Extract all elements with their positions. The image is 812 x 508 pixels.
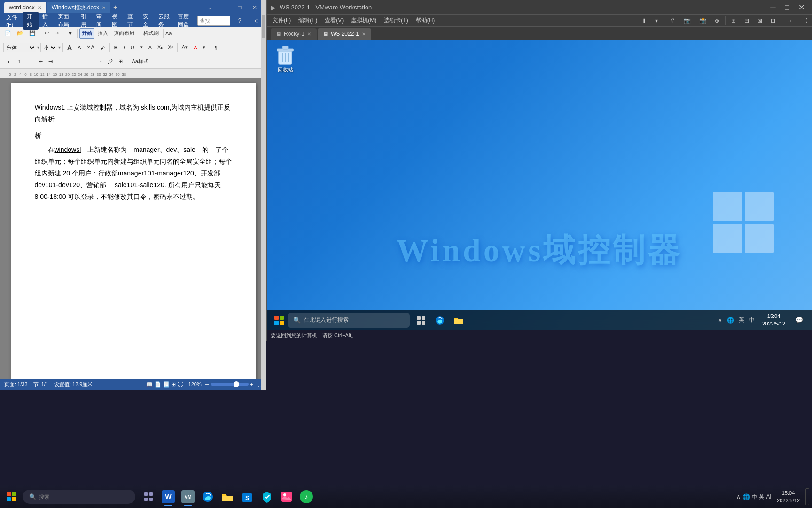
win11-tray-en[interactable]: 英 xyxy=(759,493,764,500)
win11-app-taskview[interactable] xyxy=(139,486,158,507)
vmw-menu-view[interactable]: 查看(V) xyxy=(321,16,347,25)
tb-font-grow[interactable]: A xyxy=(65,42,74,53)
menu-section[interactable]: 查节 xyxy=(124,12,139,30)
tb-font-color[interactable]: A xyxy=(191,42,199,53)
vmware-maximize-btn[interactable]: □ xyxy=(781,2,794,13)
tb-font-color2[interactable]: ▾ xyxy=(200,42,208,53)
menu-file[interactable]: 文件(F) xyxy=(2,13,23,29)
tb-numbers[interactable]: ≡1 xyxy=(13,56,23,67)
status-layout[interactable]: ⊞ xyxy=(172,381,176,388)
win11-app-vmware[interactable]: VM xyxy=(179,486,197,507)
tb-clear-format[interactable]: ✕A xyxy=(84,42,96,53)
vm-tray-network[interactable]: 🌐 xyxy=(725,316,736,325)
tb-bold[interactable]: B xyxy=(112,42,120,53)
tb-bullets[interactable]: ≡• xyxy=(2,56,12,67)
vmw-tb-fullscreen[interactable]: ⛶ xyxy=(798,15,810,26)
tb-italic[interactable]: I xyxy=(121,42,127,53)
win11-app-store[interactable]: S xyxy=(238,486,257,507)
win11-tray-up[interactable]: ∧ xyxy=(736,493,741,500)
word-scrollbar[interactable] xyxy=(261,78,266,379)
status-view-1[interactable]: 📖 xyxy=(146,381,153,388)
vm-taskview-btn[interactable] xyxy=(413,312,429,329)
vmw-tb-pause[interactable]: ⏸ xyxy=(638,15,649,26)
font-select[interactable]: 宋体 xyxy=(3,43,36,52)
tb-indent-more[interactable]: ⇥ xyxy=(46,56,55,67)
vmw-menu-edit[interactable]: 编辑(E) xyxy=(295,16,321,25)
status-view-3[interactable]: 📃 xyxy=(163,381,170,388)
word-ribbon-toggle[interactable]: ⌵ xyxy=(202,3,217,12)
win11-tray-ai[interactable]: Ai xyxy=(766,493,771,500)
vmware-close-btn[interactable]: ✕ xyxy=(795,2,808,13)
tb-redo[interactable]: ↪ xyxy=(52,28,61,39)
vm-tray-lang-cn[interactable]: 中 xyxy=(747,315,757,325)
tb-font-color-picker[interactable]: 🖌 xyxy=(98,42,108,53)
vm-search-box[interactable]: 🔍 在此键入进行搜索 xyxy=(288,313,410,328)
tb-shading[interactable]: 🖍 xyxy=(105,56,115,67)
tb-align-left[interactable]: ≡ xyxy=(59,56,67,67)
word-help-btn[interactable]: ? xyxy=(232,16,247,25)
win11-app-photos[interactable] xyxy=(277,486,296,507)
vm-tray-chevron[interactable]: ∧ xyxy=(716,316,724,325)
menu-security[interactable]: 安全 xyxy=(139,12,155,30)
word-tab-2-close[interactable]: ✕ xyxy=(102,5,106,10)
zoom-minus[interactable]: ─ xyxy=(205,381,209,387)
tb-outline[interactable]: ≡ xyxy=(24,56,32,67)
win11-notification-btn[interactable] xyxy=(805,488,809,505)
tb-open[interactable]: 📂 xyxy=(15,28,26,39)
menu-layout[interactable]: 页面布局 xyxy=(54,12,78,30)
tb-line-spacing[interactable]: ↕ xyxy=(97,56,105,67)
tb-font-shrink[interactable]: A xyxy=(75,42,83,53)
tb-underline-arrow[interactable]: ▾ xyxy=(138,42,145,53)
vmw-tb-view3[interactable]: ⊠ xyxy=(755,15,765,26)
tb-save[interactable]: 💾 xyxy=(27,28,38,39)
tb-highlight[interactable]: A▾ xyxy=(180,42,190,53)
tb-format-painter[interactable]: 格式刷 xyxy=(141,28,161,39)
vmware-screen[interactable]: 回收站 Windows域控制器 xyxy=(267,40,812,341)
font-dropdown-arrow[interactable]: ▾ xyxy=(37,45,39,50)
vmw-tb-view2[interactable]: ⊟ xyxy=(742,15,752,26)
win11-tray-cn[interactable]: 中 xyxy=(752,493,757,500)
menu-ref[interactable]: 引用 xyxy=(77,12,93,30)
size-dropdown-arrow[interactable]: ▾ xyxy=(58,45,61,50)
vm-tab-ws2022[interactable]: 🖥 WS 2022-1 ✕ xyxy=(318,28,371,40)
word-page[interactable]: Windows1 上安装域控制器，域名为 skills.com,为域内主机提供正… xyxy=(11,83,256,379)
win11-app-word[interactable]: W xyxy=(159,486,178,507)
vm-tray-lang-en[interactable]: 英 xyxy=(737,315,746,325)
tb-styles[interactable]: Aa样式 xyxy=(129,56,150,67)
vmw-menu-help[interactable]: 帮助(H) xyxy=(412,16,439,25)
word-close-btn[interactable]: ✕ xyxy=(247,3,262,12)
status-fullscreen[interactable]: ⛶ xyxy=(178,381,183,387)
menu-start[interactable]: 开始 xyxy=(23,12,39,30)
win11-search-box[interactable]: 🔍 搜索 xyxy=(23,490,135,504)
tb-strikethrough[interactable]: A xyxy=(146,42,154,53)
tb-insert-tab[interactable]: 插入 xyxy=(95,28,110,39)
win11-app-edge[interactable] xyxy=(198,486,217,507)
tb-align-right[interactable]: ≡ xyxy=(77,56,84,67)
word-maximize-btn[interactable]: □ xyxy=(232,3,247,12)
word-tab-add[interactable]: + xyxy=(113,3,117,12)
vmw-tb-snap3[interactable]: ⊕ xyxy=(712,15,722,26)
vm-tab-rocky[interactable]: 🖥 Rocky-1 ✕ xyxy=(271,28,317,40)
menu-insert[interactable]: 插入 xyxy=(39,12,54,30)
win11-clock[interactable]: 15:04 2022/5/12 xyxy=(773,488,804,506)
vmw-tb-snap2[interactable]: 📸 xyxy=(696,15,709,26)
win11-start-btn[interactable] xyxy=(0,485,23,508)
menu-review[interactable]: 审阅 xyxy=(93,12,108,30)
vm-clock[interactable]: 15:04 2022/5/12 xyxy=(758,311,789,329)
tb-align-justify[interactable]: ≡ xyxy=(86,56,93,67)
tb-subscript[interactable]: X₂ xyxy=(155,42,165,53)
vmw-tb-snap1[interactable]: 📷 xyxy=(681,15,694,26)
ws2022-tab-close[interactable]: ✕ xyxy=(362,32,366,37)
zoom-plus[interactable]: + xyxy=(250,381,253,387)
tb-new[interactable]: 📄 xyxy=(2,28,14,39)
tb-superscript[interactable]: X² xyxy=(166,42,175,53)
vmware-minimize-btn[interactable]: ─ xyxy=(766,2,780,13)
menu-baidu[interactable]: 百度网盘 xyxy=(174,12,197,30)
vm-start-button[interactable] xyxy=(271,312,288,329)
tb-more1[interactable]: ▼ xyxy=(65,28,75,39)
vmw-tb-print[interactable]: 🖨 xyxy=(667,15,678,26)
vmw-menu-vm[interactable]: 虚拟机(M) xyxy=(347,16,380,25)
win11-app-explorer[interactable] xyxy=(218,486,237,507)
vmw-tb-view5[interactable]: ↔ xyxy=(784,15,796,26)
vm-desktop[interactable]: 回收站 Windows域控制器 xyxy=(267,40,812,310)
